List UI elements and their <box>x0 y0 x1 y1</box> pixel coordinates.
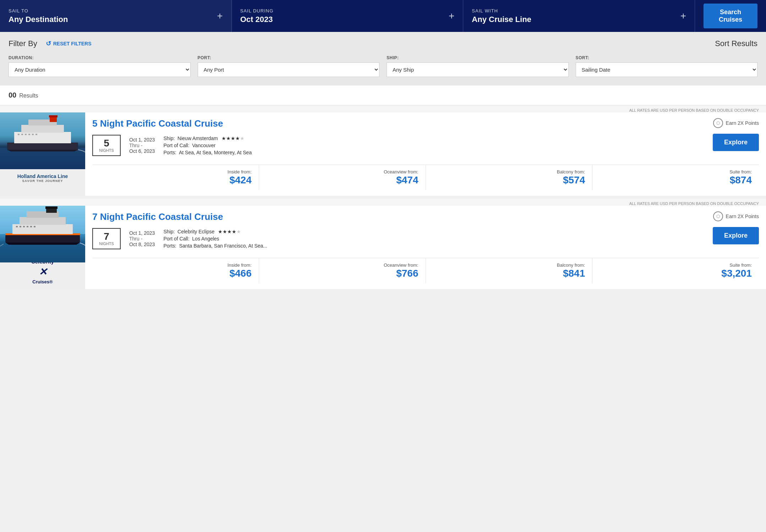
ship-name-row-1: Ship: Nieuw Amsterdam ★★★★★ <box>163 135 252 141</box>
ship-filter-group: SHIP: Any Ship Nieuw Amsterdam Celebrity… <box>387 55 569 77</box>
results-number: 00 <box>9 91 16 99</box>
svg-rect-1 <box>7 143 78 150</box>
ship-select[interactable]: Any Ship Nieuw Amsterdam Celebrity Eclip… <box>387 62 569 77</box>
ocean-label-1: Oceanview from: <box>262 169 418 174</box>
balcony-price-cell-2: Balcony from: $841 <box>426 258 593 283</box>
card-details-2: 7 Night Pacific Coastal Cruise 7 NIGHTS … <box>85 206 766 289</box>
sail-with-value: Any Cruise Line <box>472 15 531 24</box>
points-icon-2: ⬡ <box>713 211 723 221</box>
svg-marker-2 <box>7 150 78 151</box>
port-name-2: Los Angeles <box>192 236 219 242</box>
reset-filters-button[interactable]: ↺ RESET FILTERS <box>46 40 92 48</box>
port-row-1: Port of Call: Vancouver <box>163 143 252 148</box>
balcony-value-2: $841 <box>429 268 585 279</box>
price-row-1: Inside from: $424 Oceanview from: $474 B… <box>92 165 759 190</box>
rates-note-2: ALL RATES ARE USD PER PERSON BASED ON DO… <box>0 199 766 206</box>
ports-list-1: At Sea, At Sea, Monterey, At Sea <box>179 150 252 155</box>
explore-button-2[interactable]: Explore <box>713 227 759 244</box>
svg-rect-29 <box>34 226 35 227</box>
inside-price-cell-2: Inside from: $466 <box>92 258 259 283</box>
reset-filters-label: RESET FILTERS <box>53 41 92 46</box>
sort-select[interactable]: Sailing Date Price: Low to High Price: H… <box>576 62 758 77</box>
search-cruises-button[interactable]: Search Cruises <box>704 4 757 28</box>
filter-controls: DURATION: Any Duration 2-4 Nights 5-7 Ni… <box>9 55 757 77</box>
cruise-title-1: 5 Night Pacific Coastal Cruise <box>92 118 252 129</box>
port-select[interactable]: Any Port Los Angeles Vancouver Seattle S… <box>198 62 380 77</box>
ship-label: SHIP: <box>387 55 569 60</box>
date-range-1: Oct 1, 2023 Thru - Oct 6, 2023 <box>129 135 155 156</box>
card-image-2: Celebrity ✕ Cruises® <box>0 206 85 289</box>
cruise-card-1: ALL RATES ARE USD PER PERSON BASED ON DO… <box>0 105 766 196</box>
svg-rect-28 <box>30 226 32 227</box>
thru-1: Thru - <box>129 143 155 148</box>
ocean-price-cell-2: Oceanview from: $766 <box>259 258 426 283</box>
filter-bar: Filter By ↺ RESET FILTERS Sort Results D… <box>0 32 766 85</box>
cruise-title-2: 7 Night Pacific Coastal Cruise <box>92 211 267 222</box>
sort-label: SORT: <box>576 55 758 60</box>
svg-rect-3 <box>14 132 71 143</box>
sail-to-selector[interactable]: SAIL TO Any Destination + <box>0 0 232 32</box>
ship-name-2: Celebrity Eclipse <box>177 229 214 234</box>
search-button-wrapper: Search Cruises <box>695 0 766 32</box>
card-body-1: Holland America Line SAVOR THE JOURNEY 5… <box>0 112 766 196</box>
svg-rect-27 <box>27 226 28 227</box>
svg-rect-20 <box>20 217 66 225</box>
ocean-label-2: Oceanview from: <box>262 262 418 268</box>
svg-rect-9 <box>21 134 23 135</box>
explore-button-1[interactable]: Explore <box>713 134 759 151</box>
svg-rect-10 <box>25 134 27 135</box>
date-end-2: Oct 8, 2023 <box>129 242 155 247</box>
cruise-info-2: 7 NIGHTS Oct 1, 2023 Thru - Oct 8, 2023 … <box>92 228 267 249</box>
inside-label-1: Inside from: <box>95 169 252 174</box>
stars-1: ★★★★★ <box>221 135 245 141</box>
sail-during-label: SAIL DURING <box>240 8 274 13</box>
svg-rect-4 <box>21 125 64 133</box>
nights-number-2: 7 <box>97 232 116 242</box>
cruise-line-logo-2: Celebrity ✕ Cruises® <box>0 262 85 280</box>
inside-value-2: $466 <box>95 268 252 279</box>
card-body-2: Celebrity ✕ Cruises® 7 Night Pacific Coa… <box>0 206 766 289</box>
nights-label-2: NIGHTS <box>97 242 116 246</box>
duration-label: DURATION: <box>9 55 191 60</box>
sail-during-selector[interactable]: SAIL DURING Oct 2023 + <box>232 0 464 32</box>
ocean-value-1: $474 <box>262 174 418 186</box>
reset-icon: ↺ <box>46 40 51 48</box>
ports-row-2: Ports: Santa Barbara, San Francisco, At … <box>163 243 267 249</box>
date-start-2: Oct 1, 2023 <box>129 230 155 236</box>
suite-value-2: $3,201 <box>595 268 752 279</box>
svg-rect-26 <box>23 226 25 227</box>
card-details-1: 5 Night Pacific Coastal Cruise 5 NIGHTS … <box>85 112 766 196</box>
price-row-2: Inside from: $466 Oceanview from: $766 B… <box>92 258 759 283</box>
nights-box-2: 7 NIGHTS <box>92 228 121 249</box>
nights-number-1: 5 <box>97 138 116 148</box>
ocean-price-cell-1: Oceanview from: $474 <box>259 165 426 190</box>
thru-2: Thru - <box>129 236 155 242</box>
balcony-label-2: Balcony from: <box>429 262 585 268</box>
filter-header: Filter By ↺ RESET FILTERS Sort Results <box>9 39 757 48</box>
ship-silhouette-2 <box>0 206 85 262</box>
suite-label-2: Suite from: <box>595 262 752 268</box>
top-navigation: SAIL TO Any Destination + SAIL DURING Oc… <box>0 0 766 32</box>
suite-value-1: $874 <box>595 174 752 186</box>
sail-to-plus-icon: + <box>217 10 223 22</box>
ship-photo-1 <box>0 112 85 169</box>
card-image-1: Holland America Line SAVOR THE JOURNEY <box>0 112 85 196</box>
port-label: PORT: <box>198 55 380 60</box>
results-label: Results <box>19 93 38 99</box>
sail-with-plus-icon: + <box>680 10 686 22</box>
sail-to-label: SAIL TO <box>9 8 68 13</box>
ship-details-2: Ship: Celebrity Eclipse ★★★★★ Port of Ca… <box>163 228 267 249</box>
sort-results-title: Sort Results <box>715 39 757 48</box>
date-start-1: Oct 1, 2023 <box>129 137 155 143</box>
stars-2: ★★★★★ <box>218 229 241 234</box>
suite-price-cell-1: Suite from: $874 <box>592 165 759 190</box>
results-count-bar: 00 Results <box>0 85 766 105</box>
sail-with-selector[interactable]: SAIL WITH Any Cruise Line + <box>463 0 695 32</box>
nights-box-1: 5 NIGHTS <box>92 135 121 156</box>
svg-rect-6 <box>50 117 57 122</box>
ship-svg-2 <box>0 206 85 262</box>
duration-select[interactable]: Any Duration 2-4 Nights 5-7 Nights 8-10 … <box>9 62 191 77</box>
sort-filter-group: SORT: Sailing Date Price: Low to High Pr… <box>576 55 758 77</box>
port-row-2: Port of Call: Los Angeles <box>163 236 267 242</box>
date-range-2: Oct 1, 2023 Thru - Oct 8, 2023 <box>129 228 155 249</box>
